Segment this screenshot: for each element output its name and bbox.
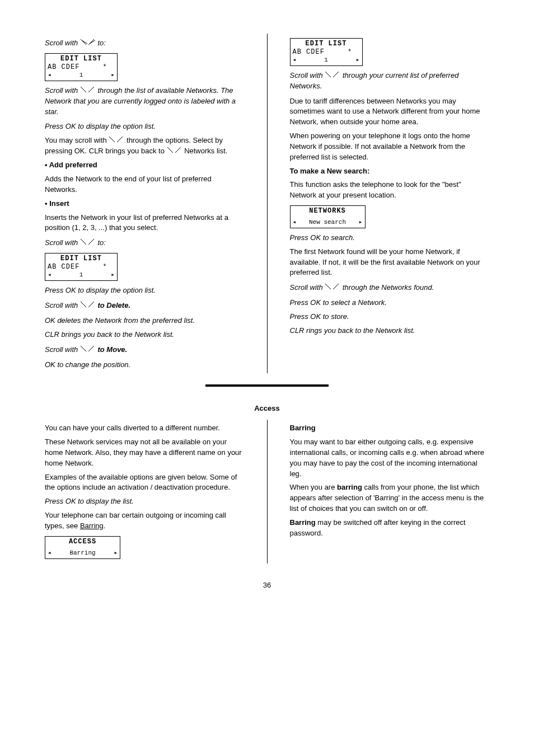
lcd-edit-list-3: EDIT LIST AB CDEF * ◂ 1 ▸ <box>290 38 363 66</box>
insert-body: Inserts the Network in your list of pref… <box>45 213 245 234</box>
right-arrow-icon: ▸ <box>114 550 118 557</box>
add-preferred-heading: • Add preferred <box>45 160 245 171</box>
note-tariff: Due to tariff differences between Networ… <box>290 96 490 128</box>
press-ok: Press OK to display the option list. <box>45 285 245 296</box>
lcd-line2: AB CDEF * <box>48 63 115 72</box>
press-ok-search: Press OK to search. <box>290 233 490 243</box>
clr-back: CLR brings you back to the Network list. <box>45 330 245 340</box>
left-column-2: You can have your calls diverted to a di… <box>45 420 245 563</box>
new-search-heading: To make a New search: <box>290 166 490 177</box>
lcd-line2: AB CDEF * <box>293 48 360 57</box>
access-p2: These Network services may not all be av… <box>45 437 245 469</box>
scroll-arrows-icon <box>80 86 96 96</box>
press-ok-store: Press OK to store. <box>290 312 490 322</box>
access-title: Access <box>45 403 489 414</box>
column-divider <box>267 34 268 373</box>
ok-delete: OK deletes the Network from the preferre… <box>45 316 245 326</box>
scroll-arrows-icon <box>167 146 182 157</box>
access-p1: You can have your calls diverted to a di… <box>45 423 245 434</box>
add-preferred-body: Adds the Network to the end of your list… <box>45 174 245 195</box>
lcd-line2: ◂ Barring ▸ <box>48 550 118 557</box>
right-column-2: Barring You may want to bar either outgo… <box>290 420 490 563</box>
ok-move: OK to change the position. <box>45 360 245 370</box>
scroll-instruction: Scroll with to: <box>45 38 245 49</box>
scroll-arrows-icon <box>80 38 96 49</box>
left-arrow-icon: ◂ <box>48 72 51 79</box>
left-arrow-icon: ◂ <box>293 57 297 64</box>
barring-2: When you are barring calls from your pho… <box>290 482 490 514</box>
right-arrow-icon: ▸ <box>356 57 360 64</box>
access-p4: Your telephone can bar certain outgoing … <box>45 510 245 532</box>
left-arrow-icon: ◂ <box>48 271 51 279</box>
section-divider <box>205 384 329 387</box>
barring-3: Barring may be switched off after keying… <box>290 518 490 539</box>
right-arrow-icon: ▸ <box>359 219 363 227</box>
lcd-title: ACCESS <box>48 538 118 546</box>
column-divider <box>267 420 268 563</box>
scroll-instruction: Scroll with to: <box>45 238 245 248</box>
lcd-line3: ◂ 1 ▸ <box>293 57 360 64</box>
lcd-access: ACCESS ◂ Barring ▸ <box>45 536 120 559</box>
lcd-title: EDIT LIST <box>48 255 115 263</box>
barring-heading: Barring <box>290 423 490 434</box>
press-ok-list: Press OK to display the list. <box>45 496 245 507</box>
scroll-instruction: Scroll with through the list of availabl… <box>45 86 245 118</box>
scroll-arrows-icon <box>80 300 96 311</box>
barring-1: You may want to bar either outgoing call… <box>290 437 490 479</box>
lcd-line3: ◂ 1 ▸ <box>48 72 115 79</box>
clr-back: CLR rings you back to the Network list. <box>290 326 490 336</box>
left-arrow-icon: ◂ <box>293 219 297 227</box>
right-column-1: EDIT LIST AB CDEF * ◂ 1 ▸ Scroll with th… <box>290 34 490 373</box>
scroll-arrows-icon <box>325 283 340 293</box>
note-poweron: When powering on your telephone it logs … <box>290 131 490 163</box>
insert-heading: • Insert <box>45 199 245 209</box>
press-ok-select: Press OK to select a Network. <box>290 298 490 308</box>
lcd-title: EDIT LIST <box>48 55 115 63</box>
lcd-edit-list-2: EDIT LIST AB CDEF * ◂ 1 ▸ <box>45 253 118 281</box>
lcd-line2: AB CDEF * <box>48 263 115 271</box>
scroll-arrows-icon <box>80 345 96 355</box>
lcd-networks: NETWORKS ◂ New search ▸ <box>290 205 366 228</box>
scroll-instruction: Scroll with through your current list of… <box>290 71 490 92</box>
lcd-line3: ◂ 1 ▸ <box>48 271 115 279</box>
scroll-arrows-icon <box>325 71 340 81</box>
found-network: The first Network found will be your hom… <box>290 247 490 279</box>
lower-columns: You can have your calls diverted to a di… <box>45 420 489 563</box>
scroll-instruction: Scroll with to Delete. <box>45 300 245 311</box>
new-search-body: This function asks the telephone to look… <box>290 180 490 201</box>
upper-columns: Scroll with to: EDIT LIST AB CDEF * ◂ 1 … <box>45 34 489 373</box>
scroll-arrows-icon <box>109 135 124 146</box>
lcd-title: NETWORKS <box>293 207 363 215</box>
press-ok: Press OK to display the option list. <box>45 121 245 132</box>
scroll-instruction: Scroll with to Move. <box>45 345 245 355</box>
scroll-arrows-icon <box>80 238 96 248</box>
lcd-title: EDIT LIST <box>293 40 360 48</box>
page-number: 36 <box>45 580 489 591</box>
option-scroll-line: You may scroll with through the options.… <box>45 135 245 157</box>
right-arrow-icon: ▸ <box>111 72 115 79</box>
left-arrow-icon: ◂ <box>48 550 51 557</box>
access-p3: Examples of the available options are gi… <box>45 472 245 494</box>
scroll-instruction: Scroll with through the Networks found. <box>290 283 490 293</box>
left-column-1: Scroll with to: EDIT LIST AB CDEF * ◂ 1 … <box>45 34 245 373</box>
lcd-edit-list-1: EDIT LIST AB CDEF * ◂ 1 ▸ <box>45 53 118 81</box>
lcd-line2: ◂ New search ▸ <box>293 219 363 227</box>
right-arrow-icon: ▸ <box>111 271 115 279</box>
